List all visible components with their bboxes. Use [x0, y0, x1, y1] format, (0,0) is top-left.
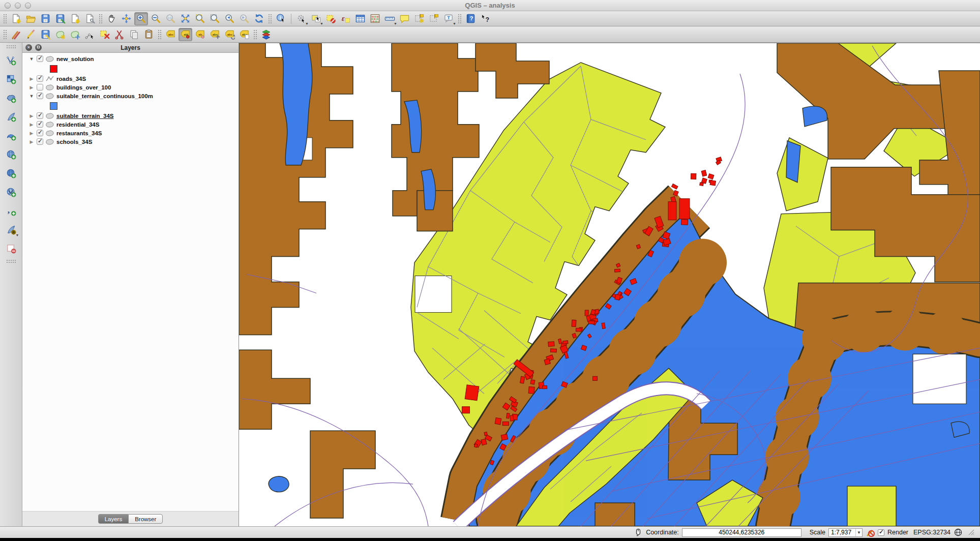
layer-row[interactable]: ▶restaurants_34S — [22, 129, 239, 137]
identify-features-icon[interactable]: i — [274, 12, 288, 25]
coordinate-input[interactable] — [682, 528, 801, 537]
zoom-full-icon[interactable] — [179, 12, 192, 25]
attribute-table-icon[interactable] — [353, 12, 367, 25]
minimize-window-button[interactable] — [15, 3, 21, 9]
select-by-expression-icon[interactable]: ε — [339, 12, 352, 25]
add-delimited-text-icon[interactable]: , — [4, 203, 19, 218]
run-feature-action-icon[interactable]: ▼ — [294, 12, 308, 25]
new-project-icon[interactable] — [9, 12, 23, 25]
layer-visibility-checkbox[interactable] — [37, 112, 43, 119]
select-features-icon[interactable]: ▼ — [309, 12, 323, 25]
new-bookmark-icon[interactable] — [412, 12, 426, 25]
current-edits-icon[interactable] — [9, 28, 23, 41]
help-icon[interactable]: ? — [464, 12, 478, 25]
layer-expand-arrow[interactable]: ▶ — [28, 85, 35, 90]
layer-expand-arrow[interactable]: ▶ — [28, 113, 35, 118]
change-label-icon[interactable]: abc — [237, 28, 251, 41]
layer-name[interactable]: schools_34S — [56, 139, 92, 145]
layer-visibility-checkbox[interactable] — [37, 138, 43, 145]
copy-features-icon[interactable] — [127, 28, 141, 41]
rotate-label-icon[interactable]: abc — [223, 28, 236, 41]
scale-dropdown-arrow[interactable]: ▼ — [855, 529, 862, 536]
stop-render-icon[interactable] — [866, 528, 875, 537]
save-project-as-icon[interactable] — [53, 12, 67, 25]
whats-this-icon[interactable]: ? — [479, 12, 492, 25]
layer-expand-arrow[interactable]: ▶ — [28, 76, 35, 81]
panel-float-button[interactable] — [35, 44, 42, 51]
layer-visibility-checkbox[interactable] — [37, 75, 43, 82]
panel-close-button[interactable]: × — [25, 44, 32, 51]
label-icon[interactable]: abc — [164, 28, 177, 41]
show-bookmarks-icon[interactable] — [427, 12, 441, 25]
layer-name[interactable]: restaurants_34S — [56, 130, 102, 136]
toggle-editing-icon[interactable] — [24, 28, 38, 41]
new-shapefile-layer-icon[interactable]: ▼ — [4, 222, 19, 237]
move-feature-icon[interactable] — [68, 28, 82, 41]
remove-layer-icon[interactable] — [4, 241, 19, 256]
layer-visibility-checkbox[interactable] — [37, 84, 43, 91]
crs-globe-icon[interactable] — [954, 528, 963, 537]
zoom-last-icon[interactable] — [223, 12, 236, 25]
measure-icon[interactable]: ▼ — [383, 12, 397, 25]
layer-name[interactable]: suitable_terrain_continuous_100m — [56, 93, 153, 99]
composer-manager-icon[interactable] — [83, 12, 97, 25]
layer-visibility-checkbox[interactable] — [37, 55, 43, 62]
layer-expand-arrow[interactable]: ▼ — [28, 94, 35, 99]
cut-features-icon[interactable] — [112, 28, 126, 41]
layer-name[interactable]: buildings_over_100 — [56, 84, 111, 91]
pan-map-icon[interactable] — [105, 12, 118, 25]
zoom-window-button[interactable] — [25, 3, 31, 9]
tab-layers[interactable]: Layers — [98, 514, 129, 524]
zoom-to-selection-icon[interactable] — [193, 12, 207, 25]
deselect-features-icon[interactable] — [324, 12, 338, 25]
layer-row[interactable]: ▶buildings_over_100 — [22, 83, 239, 92]
zoom-out-icon[interactable] — [149, 12, 163, 25]
new-composer-icon[interactable] — [68, 12, 82, 25]
processing-icon[interactable] — [259, 28, 273, 41]
layer-visibility-checkbox[interactable] — [37, 121, 43, 128]
zoom-to-layer-icon[interactable] — [208, 12, 222, 25]
paste-features-icon[interactable] — [142, 28, 156, 41]
save-layer-edits-icon[interactable] — [39, 28, 52, 41]
add-wcs-layer-icon[interactable] — [4, 165, 19, 181]
add-vector-layer-icon[interactable] — [4, 52, 19, 68]
layer-name[interactable]: residential_34S — [56, 122, 99, 128]
render-checkbox[interactable] — [878, 529, 884, 536]
close-window-button[interactable] — [5, 3, 11, 9]
layer-name[interactable]: suitable_terrain_34S — [56, 113, 114, 119]
layer-row[interactable]: ▶residential_34S — [22, 120, 239, 129]
add-mssql-layer-icon[interactable] — [4, 128, 19, 143]
pin-labels-icon[interactable]: ab — [179, 28, 192, 41]
resize-grip[interactable] — [967, 528, 976, 537]
pan-to-selection-icon[interactable] — [120, 12, 133, 25]
save-project-icon[interactable] — [39, 12, 52, 25]
delete-selected-icon[interactable] — [98, 28, 111, 41]
node-tool-icon[interactable] — [83, 28, 97, 41]
layer-row[interactable]: ▼new_solution — [22, 54, 239, 63]
layer-row[interactable]: ▼suitable_terrain_continuous_100m — [22, 92, 239, 100]
refresh-map-icon[interactable] — [252, 12, 266, 25]
add-spatialite-layer-icon[interactable] — [4, 109, 19, 124]
scale-combobox[interactable]: ▼ — [828, 528, 863, 537]
layer-visibility-checkbox[interactable] — [37, 130, 43, 136]
layer-expand-arrow[interactable]: ▼ — [28, 56, 35, 62]
text-annotation-icon[interactable]: T▼ — [442, 12, 456, 25]
add-postgis-layer-icon[interactable] — [4, 90, 19, 105]
layer-visibility-checkbox[interactable] — [37, 93, 43, 99]
map-canvas[interactable] — [239, 43, 980, 526]
layer-row[interactable]: ▶roads_34S — [22, 74, 239, 83]
layer-expand-arrow[interactable]: ▶ — [28, 122, 35, 127]
highlight-labels-icon[interactable]: ab — [193, 28, 207, 41]
statistical-summary-icon[interactable] — [368, 12, 382, 25]
move-label-icon[interactable]: abc — [208, 28, 222, 41]
scale-input[interactable] — [829, 529, 855, 536]
add-raster-layer-icon[interactable] — [4, 71, 19, 86]
add-wms-layer-icon[interactable] — [4, 146, 19, 162]
layer-expand-arrow[interactable]: ▶ — [28, 131, 35, 136]
add-feature-icon[interactable] — [53, 28, 67, 41]
open-project-icon[interactable] — [24, 12, 38, 25]
layer-name[interactable]: new_solution — [56, 56, 94, 62]
layer-expand-arrow[interactable]: ▶ — [28, 139, 35, 144]
mouse-position-icon[interactable] — [634, 528, 643, 537]
map-tips-icon[interactable] — [398, 12, 411, 25]
